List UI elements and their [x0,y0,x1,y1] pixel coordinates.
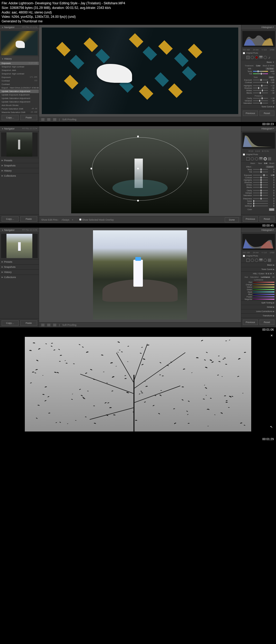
view-icon[interactable] [47,324,50,326]
previous-button[interactable]: Previous [243,320,258,325]
mask-edit[interactable]: Edit [264,162,267,164]
image-area[interactable]: Show Edit Pins :Always▾ Show Selected Ma… [39,126,241,223]
r-contrast-slider[interactable] [253,177,268,178]
r-exposure-slider[interactable] [253,175,268,176]
history-header[interactable]: ▶History [0,269,39,275]
soft-proofing-toggle[interactable]: Soft Proofing [62,118,76,121]
crop-tool-icon[interactable] [246,56,250,59]
snapshots-header[interactable]: ▶Snapshots [0,264,39,269]
original-photo-check[interactable] [243,52,245,54]
redeye-tool-icon[interactable] [255,157,258,160]
original-photo-check[interactable] [243,255,245,257]
hsl-magenta-slider[interactable] [253,299,274,300]
original-photo-check[interactable] [243,153,245,156]
histogram-header[interactable]: Histogram [261,229,272,231]
histogram[interactable] [242,132,275,149]
r-shadows-slider[interactable] [253,182,268,183]
treatment-color[interactable]: Color [256,65,261,67]
view-icon[interactable] [41,118,44,121]
r-tint-slider[interactable] [253,172,268,172]
reset-button[interactable]: Reset [260,111,275,116]
clarity-slider[interactable] [253,98,268,99]
navigator-header[interactable]: ▼ NavigatorFIT FILL 1:1 1:2 ▾ [0,126,39,131]
shadows-slider[interactable] [253,88,268,88]
hsl-green-slider[interactable] [253,289,274,290]
histogram-header[interactable]: Histogram [261,26,272,29]
paste-button[interactable]: Paste [20,320,37,326]
saturation-slider[interactable] [253,103,268,104]
presets-header[interactable]: ▶Presets [0,259,39,264]
view-icon[interactable] [53,118,56,121]
mask-new[interactable]: New [258,162,262,164]
history-header[interactable]: ▼ History [0,56,39,61]
close-icon[interactable]: × [271,333,273,338]
contrast-slider[interactable] [253,82,268,83]
exposure-slider[interactable] [253,80,268,80]
r-noise-slider[interactable] [253,201,268,201]
r-whites-slider[interactable] [253,184,268,185]
collections-header[interactable]: ▶Collections [0,275,39,280]
basic-header[interactable]: Basic ▼ [241,60,276,64]
image-area[interactable]: |Soft Proofing [39,228,241,327]
navigator-header[interactable]: ▼ NavigatorFIT FILL 1:1 1:2 ▾ [0,228,39,233]
reset-button[interactable]: Reset [260,320,275,325]
wb-dropdown[interactable]: As Shot [265,67,274,70]
soft-proofing-toggle[interactable]: Soft Proofing [62,324,76,326]
r-sharpness-slider[interactable] [253,198,268,199]
copy-button[interactable]: Copy… [2,216,19,222]
collections-header[interactable]: ▶Collections [0,173,39,178]
spot-tool-icon[interactable] [251,157,254,160]
lens-header[interactable]: Lens Corrections ▶ [241,309,276,313]
reset-button[interactable]: Reset [260,216,275,222]
mask-brush[interactable]: Brush [270,162,274,164]
tonecurve-header[interactable]: Tone Curve ▶ [241,267,276,271]
split-header[interactable]: Split Toning ▶ [241,300,276,305]
mask-overlay-checkbox[interactable] [79,218,81,221]
history-header[interactable]: ▶History [0,168,39,173]
temp-slider[interactable] [253,71,268,72]
r-highlights-slider[interactable] [253,180,268,180]
view-icon[interactable] [53,324,56,326]
tint-slider[interactable] [253,73,268,74]
spot-tool-icon[interactable] [251,56,254,59]
tonecurve-header[interactable]: Tone Curve ▶ [241,104,276,109]
hsl-header[interactable]: HSL / Color / B & W ▼ [241,271,276,276]
highlights-slider[interactable] [253,85,268,86]
hsl-purple-slider[interactable] [253,296,274,297]
navigator-thumbnail[interactable] [1,31,38,55]
r-temp-slider[interactable] [253,169,268,170]
crop-tool-icon[interactable] [246,259,250,262]
copy-button[interactable]: Copy… [2,115,19,120]
hsl-hue-tab[interactable]: Hue [244,276,248,278]
history-list[interactable]: Exposure+0.34 0.00 Snapshot: high contra… [0,61,39,113]
navigator-thumbnail[interactable] [1,234,38,258]
done-button[interactable]: Done [225,217,239,222]
transform-header[interactable]: Transform ▶ [241,313,276,318]
r-defringe-slider[interactable] [253,205,268,206]
gradient-tool-icon[interactable] [259,157,263,160]
r-saturation-slider[interactable] [253,195,268,196]
effect-dropdown[interactable]: Custom [266,166,274,168]
hsl-orange-slider[interactable] [253,284,274,285]
hsl-lum-tab[interactable]: Luminance [261,276,270,278]
brush-tool-icon[interactable] [268,157,271,160]
radial-tool-icon[interactable] [264,259,267,262]
gradient-tool-icon[interactable] [259,56,263,59]
brush-tool-icon[interactable] [268,56,271,59]
hsl-sat-tab[interactable]: Saturation [250,276,259,278]
navigator-thumbnail[interactable] [1,132,38,157]
histogram[interactable] [242,234,275,250]
spot-tool-icon[interactable] [251,259,254,262]
histogram[interactable] [242,31,275,47]
view-icon[interactable] [41,324,44,326]
image-area[interactable]: | Soft Proofing [39,25,241,122]
detail-header[interactable]: Detail ▶ [241,305,276,309]
hsl-blue-slider[interactable] [253,294,274,295]
radial-tool-icon[interactable] [264,157,267,160]
r-clarity-slider[interactable] [253,190,268,191]
presets-header[interactable]: ▶Presets [0,158,39,163]
paste-button[interactable]: Paste [20,216,37,222]
hsl-yellow-slider[interactable] [253,287,274,287]
blacks-slider[interactable] [253,93,268,93]
pins-dropdown[interactable]: Always [62,218,70,221]
